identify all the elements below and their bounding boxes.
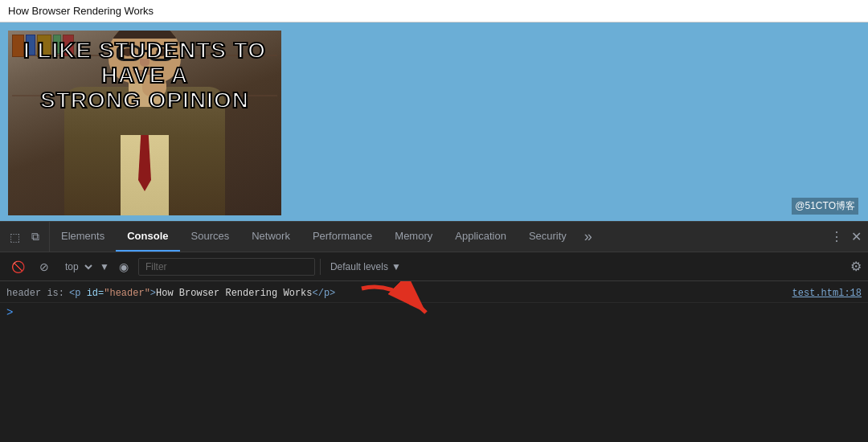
watermark: @51CTO博客 <box>792 198 858 215</box>
console-output: header is: <p id="header">How Browser Re… <box>0 281 868 442</box>
tab-elements[interactable]: Elements <box>50 222 116 252</box>
tab-security[interactable]: Security <box>518 222 578 252</box>
no-errors-icon[interactable]: ⊘ <box>35 258 54 276</box>
kebab-menu-icon[interactable]: ⋮ <box>830 229 843 244</box>
more-tabs-button[interactable]: » <box>578 222 599 252</box>
meme-text: I LIKE STUDENTS TO HAVE A STRONG OPINION <box>8 39 281 113</box>
devtools-left-icons: ⬚ ⧉ <box>0 222 50 252</box>
settings-icon[interactable]: ⚙ <box>850 259 862 274</box>
eye-icon[interactable]: ◉ <box>114 258 133 276</box>
console-label: header is: <box>6 288 64 299</box>
toolbar-separator <box>320 259 321 275</box>
default-levels-button[interactable]: Default levels ▼ <box>326 259 406 275</box>
device-icon[interactable]: ⧉ <box>28 227 43 247</box>
browser-page: How Browser Rendering Works <box>0 0 868 221</box>
context-selector[interactable]: top <box>59 259 95 275</box>
filter-input[interactable] <box>138 258 315 276</box>
clear-console-icon[interactable]: 🚫 <box>6 258 30 276</box>
source-link[interactable]: test.html:18 <box>792 288 862 299</box>
devtools-end-icons: ⋮ ✕ <box>824 222 868 252</box>
tab-performance[interactable]: Performance <box>301 222 383 252</box>
close-devtools-icon[interactable]: ✕ <box>851 229 862 244</box>
tab-memory[interactable]: Memory <box>383 222 444 252</box>
tab-application[interactable]: Application <box>444 222 518 252</box>
tab-sources[interactable]: Sources <box>180 222 241 252</box>
devtools-tabs-bar: ⬚ ⧉ Elements Console Sources Network Per… <box>0 222 868 252</box>
page-content: I LIKE STUDENTS TO HAVE A STRONG OPINION <box>0 23 868 221</box>
annotation-arrow <box>346 281 474 344</box>
page-title: How Browser Rendering Works <box>0 0 868 23</box>
inspect-icon[interactable]: ⬚ <box>6 227 23 247</box>
meme-image: I LIKE STUDENTS TO HAVE A STRONG OPINION <box>8 31 281 215</box>
prompt-arrow-icon: > <box>6 306 13 319</box>
tab-console[interactable]: Console <box>116 222 179 252</box>
console-log-line: header is: <p id="header">How Browser Re… <box>0 284 868 303</box>
devtools-panel: ⬚ ⧉ Elements Console Sources Network Per… <box>0 221 868 442</box>
console-toolbar: 🚫 ⊘ top ▼ ◉ Default levels ▼ ⚙ <box>0 252 868 281</box>
console-code-output: <p id="header">How Browser Rendering Wor… <box>69 288 335 299</box>
tab-network[interactable]: Network <box>240 222 301 252</box>
